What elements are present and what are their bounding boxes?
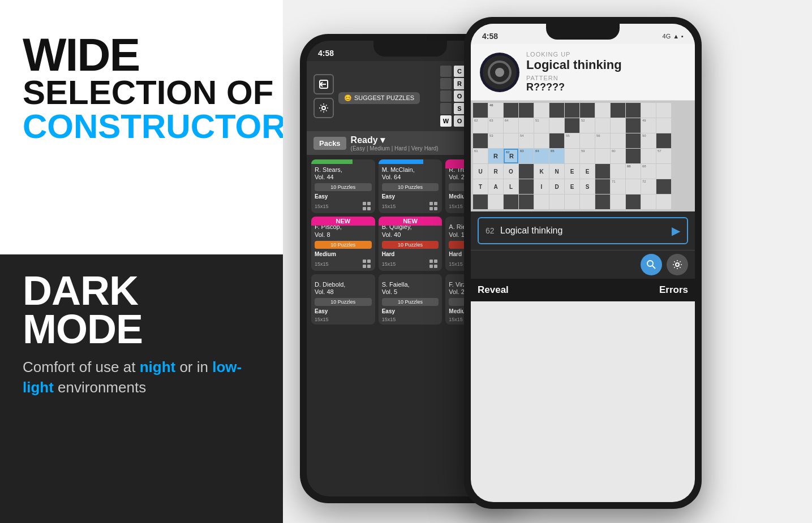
- phone1-notch: [373, 41, 447, 57]
- suggest-puzzles-btn[interactable]: 😊 SUGGEST PUZZLES: [338, 92, 420, 104]
- pack-puzzles-7: 10 Puzzles: [315, 298, 372, 306]
- pack-name-1: R. Stears,Vol. 44: [311, 164, 375, 182]
- app-header-icons: 😊 SUGGEST PUZZLES: [313, 74, 420, 118]
- word-input-box[interactable]: 62 Logical thinking ▶: [478, 217, 688, 244]
- pack-bar-1: [311, 159, 353, 164]
- pack-card-5[interactable]: NEW B. Quigley,Vol. 40 10 Puzzles Hard 1…: [379, 217, 442, 270]
- pack-card-4[interactable]: NEW F. Piscop,Vol. 8 10 Puzzles Medium 1…: [311, 217, 375, 270]
- pack-name-2: M. McClain,Vol. 64: [379, 164, 442, 182]
- pack-diff-8: Easy: [379, 307, 442, 315]
- left-top-section: WIDE SELECTION OF CONSTRUCTORS: [0, 0, 283, 254]
- word-input-area: 62 Logical thinking ▶: [471, 211, 695, 250]
- clue-display: 62 Logical thinking: [486, 226, 562, 236]
- errors-button[interactable]: Errors: [659, 284, 688, 296]
- pack-puzzles-5: 10 Puzzles: [382, 241, 439, 249]
- dark-mode-title: DARK MODE: [23, 271, 260, 349]
- clue-number: 62: [486, 226, 495, 235]
- search-button[interactable]: [641, 254, 662, 275]
- pack-puzzles-8: 10 Puzzles: [382, 298, 439, 306]
- bottom-actions: Reveal Errors: [471, 279, 695, 301]
- emoji-icon: 😊: [344, 94, 352, 102]
- headline-wide: WIDE: [23, 34, 309, 76]
- looking-up-word: Logical thinking: [526, 58, 686, 72]
- grid-icon-5: [429, 260, 439, 269]
- battery-icon-2: ▪: [681, 33, 684, 40]
- headline-constructors: CONSTRUCTORS: [23, 110, 309, 144]
- phone2-status-icons: 4G ▲ ▪: [663, 33, 684, 40]
- svg-point-1: [322, 106, 325, 110]
- pack-card-7[interactable]: D. Diebold,Vol. 48 10 Puzzles Easy 15x15: [311, 274, 375, 325]
- grid-icon-1: [363, 202, 372, 211]
- ready-section: Ready ▾ (Easy | Medium | Hard | Very Har…: [351, 135, 439, 152]
- right-panel: 4:58 4G ▲ ▪: [283, 0, 812, 523]
- phone2: 4:58 4G ▲ ▪ LOOKING UP: [464, 17, 702, 509]
- svg-point-4: [676, 263, 679, 266]
- gear-button[interactable]: [667, 254, 688, 275]
- pattern-label: PATTERN: [526, 75, 686, 81]
- phone2-time: 4:58: [482, 32, 498, 41]
- pack-card-8[interactable]: S. Faiella,Vol. 5 10 Puzzles Easy 15x15: [379, 274, 442, 325]
- pack-card-2[interactable]: M. McClain,Vol. 64 10 Puzzles Easy 15x15: [379, 159, 442, 213]
- svg-point-2: [647, 261, 653, 266]
- phone2-notch: [546, 24, 620, 40]
- ready-title[interactable]: Ready ▾: [351, 135, 439, 145]
- pack-size-8: 15x15: [379, 315, 442, 325]
- lookup-text-block: LOOKING UP Logical thinking PATTERN R???…: [526, 51, 686, 93]
- pack-puzzles-1: 10 Puzzles: [315, 183, 372, 191]
- new-badge-4: NEW: [311, 217, 375, 226]
- pack-size-2: 15x15: [379, 201, 442, 213]
- arrow-icon: ▶: [672, 224, 680, 237]
- settings-icon[interactable]: [313, 98, 334, 118]
- headline-selection: SELECTION OF: [23, 76, 309, 110]
- pack-diff-4: Medium: [311, 250, 375, 258]
- pack-name-8: S. Faiella,Vol. 5: [379, 279, 442, 297]
- pack-diff-5: Hard: [379, 250, 442, 258]
- pack-card-1[interactable]: R. Stears,Vol. 44 10 Puzzles Easy 15x15: [311, 159, 375, 213]
- lookup-icon: [480, 53, 519, 92]
- grid-icon-4: [363, 260, 372, 269]
- pack-size-1: 15x15: [311, 201, 375, 213]
- pack-size-4: 15x15: [311, 258, 375, 271]
- left-panel: WIDE SELECTION OF CONSTRUCTORS DARK MODE…: [0, 0, 283, 523]
- cw-grid: 46 47 48 62 63 64: [473, 103, 693, 209]
- headline-block: WIDE SELECTION OF CONSTRUCTORS: [23, 34, 309, 144]
- pack-size-7: 15x15: [311, 315, 375, 325]
- svg-line-3: [652, 266, 655, 269]
- lookup-section: LOOKING UP Logical thinking PATTERN R???…: [471, 44, 695, 101]
- bottom-toolbar2: [471, 250, 695, 279]
- crossword-grid-area: 46 47 48 62 63 64: [471, 101, 695, 211]
- pack-puzzles-4: 10 Puzzles: [315, 241, 372, 249]
- pattern-value: R?????: [526, 81, 686, 93]
- pack-diff-2: Easy: [379, 192, 442, 201]
- pack-puzzles-2: 10 Puzzles: [382, 183, 439, 191]
- left-bottom-section: DARK MODE Comfort of use at night or in …: [0, 254, 283, 523]
- signal-icon-2: ▲: [673, 33, 679, 40]
- pack-name-7: D. Diebold,Vol. 48: [311, 279, 375, 297]
- phone2-inner: 4:58 4G ▲ ▪ LOOKING UP: [471, 24, 695, 502]
- clue-text: Logical thinking: [500, 226, 562, 235]
- phone1-time: 4:58: [318, 49, 334, 58]
- pack-bar-2: [379, 159, 423, 164]
- packs-button[interactable]: Packs: [313, 137, 346, 150]
- ready-subtitle: (Easy | Medium | Hard | Very Hard): [351, 145, 439, 152]
- back-icon[interactable]: [313, 74, 334, 94]
- grid-icon-2: [429, 202, 439, 211]
- new-badge-5: NEW: [379, 217, 442, 226]
- pack-diff-1: Easy: [311, 192, 375, 201]
- pack-size-5: 15x15: [379, 258, 442, 271]
- dark-mode-desc: Comfort of use at night or in low-light …: [23, 357, 260, 398]
- pack-diff-7: Easy: [311, 307, 375, 315]
- reveal-button[interactable]: Reveal: [478, 284, 509, 296]
- looking-up-label: LOOKING UP: [526, 51, 686, 58]
